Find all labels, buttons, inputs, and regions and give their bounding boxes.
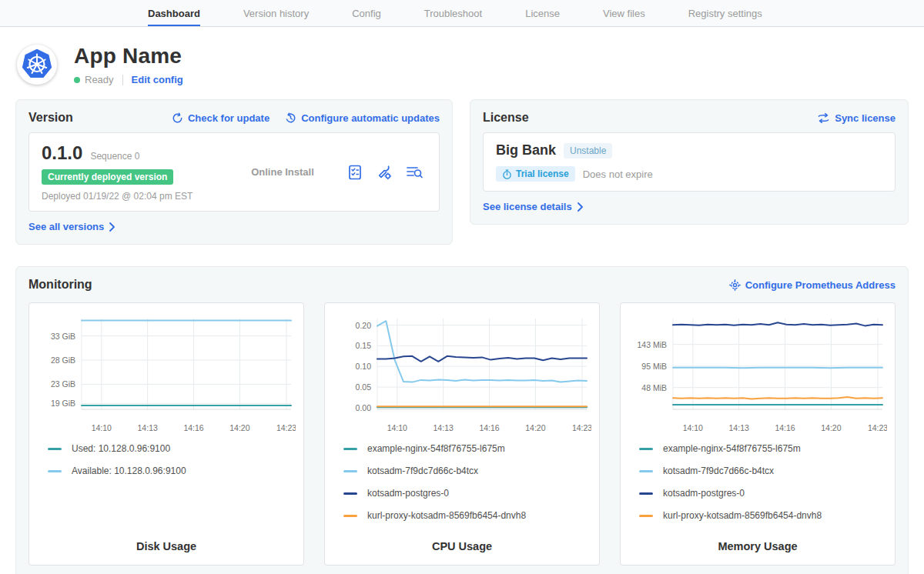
chart-plot: 33 GiB28 GiB23 GiB19 GiB14:1014:1314:161… [37, 314, 296, 436]
chart-legend: Used: 10.128.0.96:9100Available: 10.128.… [48, 443, 296, 488]
see-all-versions-label: See all versions [28, 221, 104, 232]
chart-plot: 143 MiB95 MiB48 MiB14:1014:1314:1614:201… [628, 314, 887, 436]
configure-automatic-updates-link[interactable]: Configure automatic updates [285, 112, 440, 124]
version-number: 0.1.0 [42, 142, 82, 164]
legend-item: Used: 10.128.0.96:9100 [48, 443, 296, 454]
legend-swatch [639, 515, 653, 517]
install-type-label: Online Install [251, 166, 314, 178]
legend-item: kurl-proxy-kotsadm-8569fb6454-dnvh8 [639, 510, 887, 521]
svg-text:14:13: 14:13 [729, 423, 749, 432]
see-license-details-link[interactable]: See license details [483, 201, 584, 212]
legend-item: kotsadm-7f9dc7d66c-b4tcx [343, 466, 591, 476]
tab-view-files[interactable]: View files [603, 0, 645, 26]
legend-swatch [343, 515, 357, 517]
configure-automatic-updates-label: Configure automatic updates [301, 112, 440, 124]
sync-license-link[interactable]: Sync license [817, 112, 896, 124]
svg-text:14:23: 14:23 [276, 423, 296, 432]
svg-text:14:10: 14:10 [387, 423, 407, 432]
preflight-checks-icon[interactable] [346, 164, 363, 181]
chart-title: Memory Usage [628, 532, 887, 552]
check-for-update-link[interactable]: Check for update [172, 112, 270, 124]
chart-card-memory-usage: 143 MiB95 MiB48 MiB14:1014:1314:1614:201… [620, 302, 896, 566]
edit-config-icon[interactable] [376, 164, 393, 181]
chevron-right-icon [109, 222, 116, 232]
tab-dashboard[interactable]: Dashboard [148, 0, 200, 26]
schedule-icon [285, 112, 296, 124]
svg-text:19 GiB: 19 GiB [51, 399, 75, 408]
refresh-icon [172, 112, 183, 124]
monitoring-title: Monitoring [28, 278, 92, 292]
tab-version-history[interactable]: Version history [243, 0, 309, 26]
svg-text:143 MiB: 143 MiB [637, 340, 667, 349]
status-dot [74, 77, 80, 83]
legend-label: kotsadm-postgres-0 [663, 488, 745, 499]
svg-text:48 MiB: 48 MiB [641, 383, 667, 392]
page-title: App Name [74, 44, 183, 68]
legend-swatch [343, 448, 357, 450]
svg-text:14:10: 14:10 [92, 423, 112, 432]
stopwatch-icon [502, 169, 512, 179]
legend-item: kotsadm-postgres-0 [639, 488, 887, 499]
chart-legend: example-nginx-54f8f76755-l675mkotsadm-7f… [639, 443, 887, 532]
svg-text:14:10: 14:10 [683, 423, 703, 432]
tab-license[interactable]: License [525, 0, 560, 26]
svg-text:28 GiB: 28 GiB [51, 355, 75, 365]
trial-license-label: Trial license [516, 169, 569, 179]
tab-troubleshoot[interactable]: Troubleshoot [424, 0, 482, 26]
legend-item: example-nginx-54f8f76755-l675m [343, 443, 591, 454]
svg-text:95 MiB: 95 MiB [641, 362, 667, 371]
monitoring-panel: Monitoring Configure Prometheus Address … [15, 266, 909, 574]
svg-text:23 GiB: 23 GiB [51, 379, 75, 389]
channel-badge: Unstable [564, 143, 612, 159]
legend-item: example-nginx-54f8f76755-l675m [639, 443, 887, 454]
svg-text:0.20: 0.20 [356, 321, 372, 330]
sync-icon [817, 112, 830, 124]
legend-label: kotsadm-postgres-0 [367, 488, 449, 499]
legend-item: kotsadm-postgres-0 [343, 488, 591, 499]
tab-config[interactable]: Config [352, 0, 381, 26]
svg-text:14:13: 14:13 [138, 423, 158, 432]
legend-label: Available: 10.128.0.96:9100 [72, 466, 186, 476]
trial-license-badge: Trial license [496, 166, 575, 182]
legend-swatch [343, 470, 357, 472]
sync-license-label: Sync license [835, 112, 896, 124]
svg-text:14:20: 14:20 [525, 423, 545, 432]
license-name: Big Bank [496, 142, 556, 159]
configure-prometheus-link[interactable]: Configure Prometheus Address [729, 279, 896, 291]
legend-label: example-nginx-54f8f76755-l675m [367, 443, 505, 454]
license-detail-card: Big Bank Unstable Trial license Does not… [483, 132, 896, 192]
tab-registry-settings[interactable]: Registry settings [688, 0, 762, 26]
svg-text:14:16: 14:16 [479, 423, 499, 432]
chart-title: CPU Usage [333, 532, 591, 552]
svg-text:14:20: 14:20 [229, 423, 249, 432]
sequence-label: Sequence 0 [90, 151, 139, 162]
version-panel: Version Check for update Configure au [15, 99, 453, 245]
legend-swatch [639, 448, 653, 450]
legend-swatch [343, 492, 357, 495]
app-header: App Name Ready Edit config [0, 27, 924, 99]
svg-text:14:13: 14:13 [434, 423, 454, 432]
deployed-timestamp: Deployed 01/19/22 @ 02:04 pm EST [42, 191, 219, 202]
app-logo [17, 45, 57, 85]
see-license-details-label: See license details [483, 201, 572, 212]
chevron-right-icon [577, 202, 584, 212]
legend-swatch [639, 470, 653, 472]
configure-prometheus-label: Configure Prometheus Address [745, 279, 896, 291]
legend-swatch [639, 492, 653, 495]
deploy-logs-icon[interactable] [405, 164, 424, 181]
legend-swatch [48, 448, 62, 450]
legend-item: Available: 10.128.0.96:9100 [48, 466, 296, 476]
legend-label: Used: 10.128.0.96:9100 [72, 443, 170, 454]
svg-text:0.00: 0.00 [356, 403, 372, 412]
edit-config-link[interactable]: Edit config [132, 74, 183, 85]
cards-row: Version Check for update Configure au [0, 99, 924, 245]
license-panel: License Sync license Big Bank Unstable [470, 99, 909, 225]
legend-label: kurl-proxy-kotsadm-8569fb6454-dnvh8 [663, 510, 822, 521]
chart-legend: example-nginx-54f8f76755-l675mkotsadm-7f… [343, 443, 591, 532]
svg-text:14:16: 14:16 [183, 423, 203, 432]
see-all-versions-link[interactable]: See all versions [28, 221, 116, 232]
chart-card-cpu-usage: 0.200.150.100.050.0014:1014:1314:1614:20… [324, 302, 600, 566]
legend-item: kurl-proxy-kotsadm-8569fb6454-dnvh8 [343, 510, 591, 521]
current-version-card: 0.1.0 Sequence 0 Currently deployed vers… [28, 132, 440, 212]
legend-label: kotsadm-7f9dc7d66c-b4tcx [663, 466, 774, 476]
